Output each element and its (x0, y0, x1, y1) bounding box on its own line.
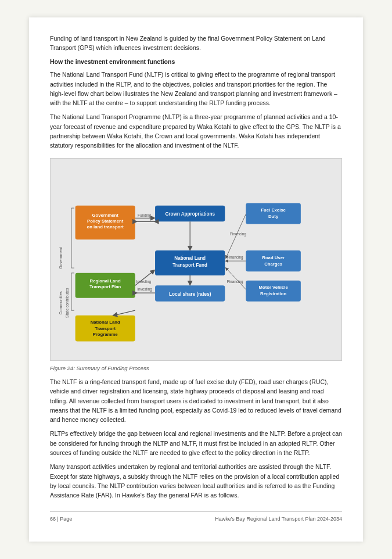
funding-diagram: Government State contributes Communities… (50, 158, 342, 361)
heading-investment: How the investment environment functions (50, 58, 342, 67)
svg-line-49 (226, 268, 246, 290)
svg-text:Financing: Financing (230, 232, 246, 237)
svg-text:on land transport: on land transport (87, 225, 124, 230)
diagram-svg: Government State contributes Communities… (56, 168, 336, 348)
svg-text:Transport: Transport (95, 326, 116, 331)
footer-left: 66 | Page (50, 515, 72, 524)
svg-text:Motor Vehicle: Motor Vehicle (259, 285, 289, 291)
para-4: RLTPs effectively bridge the gap between… (50, 429, 342, 457)
figure-caption: Figure 24: Summary of Funding Process (50, 364, 342, 372)
footer: 66 | Page Hawke's Bay Regional Land Tran… (50, 511, 342, 524)
svg-text:Local share (rates): Local share (rates) (169, 292, 211, 298)
svg-text:Road User: Road User (262, 255, 285, 260)
svg-text:Crown Appropriations: Crown Appropriations (165, 212, 215, 217)
svg-text:Investing: Investing (136, 280, 151, 284)
para-1: The National Land Transport Fund (NLTF) … (50, 70, 342, 107)
footer-right: Hawke's Bay Regional Land Transport Plan… (215, 515, 342, 524)
svg-text:Financing: Financing (227, 255, 243, 260)
svg-text:Financing: Financing (227, 280, 243, 284)
svg-text:State contributes: State contributes (65, 288, 69, 318)
svg-text:Regional Land: Regional Land (90, 278, 121, 284)
svg-text:Charges: Charges (264, 261, 282, 267)
svg-text:Programme: Programme (93, 332, 118, 337)
para-2: The National Land Transport Programme (N… (50, 112, 342, 150)
svg-text:National Land: National Land (91, 320, 120, 325)
svg-text:Funding: Funding (138, 213, 152, 218)
para-5: Many transport activities undertaken by … (50, 462, 342, 500)
svg-text:National Land: National Land (174, 256, 206, 261)
svg-text:Fuel Excise: Fuel Excise (261, 208, 286, 213)
svg-text:Registration: Registration (260, 292, 286, 297)
svg-text:Communities: Communities (59, 291, 63, 315)
svg-text:Duty: Duty (268, 214, 279, 220)
svg-text:Transport Plan: Transport Plan (89, 285, 121, 290)
svg-text:Government: Government (59, 247, 63, 269)
page: Funding of land transport in New Zealand… (29, 17, 363, 542)
svg-text:Government: Government (92, 213, 118, 218)
svg-text:Investing: Investing (137, 287, 152, 292)
svg-line-51 (114, 311, 135, 316)
svg-text:Transport Fund: Transport Fund (172, 263, 207, 268)
para-3: The NLTF is a ring-fenced transport fund… (50, 377, 342, 424)
svg-text:Policy Statement: Policy Statement (87, 218, 124, 224)
intro-text: Funding of land transport in New Zealand… (50, 34, 342, 53)
